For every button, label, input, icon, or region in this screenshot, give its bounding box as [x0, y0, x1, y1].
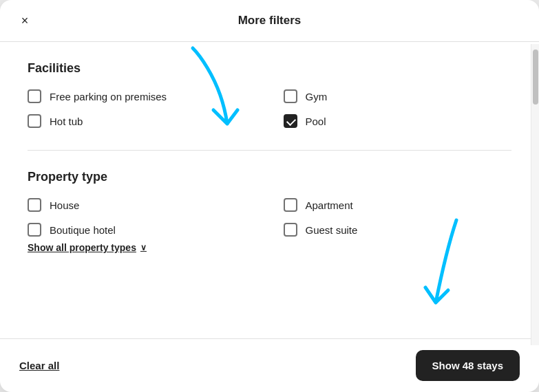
checkbox-label-guest-suite: Guest suite: [306, 224, 358, 236]
checkbox-apartment[interactable]: [284, 198, 297, 212]
checkbox-house[interactable]: [28, 198, 41, 212]
checkbox-label-boutique-hotel: Boutique hotel: [50, 224, 116, 236]
modal-body: Facilities Free parking on premises Gym …: [0, 42, 539, 338]
checkbox-guest-suite[interactable]: [284, 223, 297, 237]
checkbox-item-pool[interactable]: Pool: [284, 114, 512, 128]
checkbox-label-free-parking: Free parking on premises: [50, 91, 167, 102]
clear-all-button[interactable]: Clear all: [19, 360, 59, 371]
close-icon: ×: [21, 14, 29, 28]
checkbox-pool[interactable]: [284, 114, 297, 128]
show-all-label: Show all property types: [28, 242, 136, 253]
modal-header: × More filters: [0, 0, 539, 42]
checkbox-label-gym: Gym: [306, 91, 328, 102]
checkbox-hot-tub[interactable]: [28, 114, 41, 128]
show-stays-button[interactable]: Show 48 stays: [416, 350, 520, 381]
modal-footer: Clear all Show 48 stays: [0, 338, 539, 392]
checkbox-item-apartment[interactable]: Apartment: [284, 198, 512, 212]
show-all-property-types-button[interactable]: Show all property types ∨: [28, 242, 147, 253]
checkbox-label-house: House: [50, 199, 79, 211]
checkbox-item-house[interactable]: House: [28, 198, 256, 212]
property-type-title: Property type: [28, 170, 511, 184]
chevron-down-icon: ∨: [140, 243, 147, 252]
checkbox-item-hot-tub[interactable]: Hot tub: [28, 114, 256, 128]
checkbox-item-boutique-hotel[interactable]: Boutique hotel: [28, 223, 256, 237]
facilities-section: Facilities Free parking on premises Gym …: [28, 61, 511, 128]
checkbox-free-parking[interactable]: [28, 89, 41, 103]
facilities-title: Facilities: [28, 61, 511, 76]
scrollbar[interactable]: [531, 44, 539, 345]
checkbox-item-gym[interactable]: Gym: [284, 89, 512, 103]
divider: [28, 150, 511, 151]
property-type-section: Property type House Apartment Boutique h…: [28, 170, 511, 254]
checkbox-item-guest-suite[interactable]: Guest suite: [284, 223, 512, 237]
modal-title: More filters: [238, 14, 302, 28]
facilities-grid: Free parking on premises Gym Hot tub Poo…: [28, 89, 511, 128]
modal: × More filters Facilities Free parking o…: [0, 0, 539, 392]
checkbox-label-pool: Pool: [306, 116, 326, 127]
close-button[interactable]: ×: [14, 10, 36, 32]
checkbox-label-apartment: Apartment: [306, 199, 353, 211]
checkbox-gym[interactable]: [284, 89, 297, 103]
property-type-grid: House Apartment Boutique hotel Guest sui…: [28, 198, 511, 237]
scrollbar-thumb: [533, 50, 538, 105]
checkbox-item-free-parking[interactable]: Free parking on premises: [28, 89, 256, 103]
checkbox-boutique-hotel[interactable]: [28, 223, 41, 237]
checkbox-label-hot-tub: Hot tub: [50, 116, 83, 127]
